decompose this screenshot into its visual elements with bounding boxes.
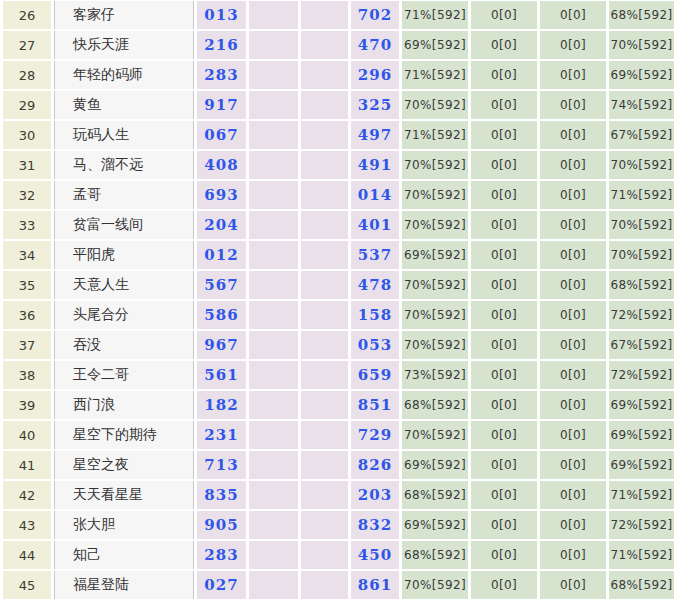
hit-rate-cell: 72%[592]: [609, 511, 674, 539]
pick-number-left[interactable]: 586: [197, 301, 246, 329]
hit-rate-cell: 0[0]: [540, 511, 606, 539]
row-number: 27: [3, 31, 51, 59]
player-name: 平阳虎: [54, 241, 194, 269]
player-name: 孟哥: [54, 181, 194, 209]
pick-number-right[interactable]: 401: [351, 211, 399, 239]
pick-number-right[interactable]: 491: [351, 151, 399, 179]
empty-cell: [301, 151, 348, 179]
hit-rate-cell: 70%[592]: [402, 301, 468, 329]
hit-rate-cell: 72%[592]: [609, 301, 674, 329]
empty-cell: [301, 1, 348, 29]
empty-cell: [301, 391, 348, 419]
hit-rate-cell: 70%[592]: [402, 151, 468, 179]
pick-number-left[interactable]: 408: [197, 151, 246, 179]
pick-number-right[interactable]: 826: [351, 451, 399, 479]
pick-number-right[interactable]: 450: [351, 541, 399, 569]
pick-number-left[interactable]: 713: [197, 451, 246, 479]
pick-number-left[interactable]: 182: [197, 391, 246, 419]
pick-number-right[interactable]: 158: [351, 301, 399, 329]
pick-number-left[interactable]: 905: [197, 511, 246, 539]
pick-number-left[interactable]: 561: [197, 361, 246, 389]
hit-rate-cell: 0[0]: [540, 121, 606, 149]
hit-rate-cell: 0[0]: [540, 91, 606, 119]
hit-rate-cell: 68%[592]: [402, 391, 468, 419]
hit-rate-cell: 69%[592]: [402, 241, 468, 269]
table-row: 32孟哥69301470%[592]0[0]0[0]71%[592]: [3, 181, 674, 209]
hit-rate-cell: 70%[592]: [402, 571, 468, 599]
table-row: 45福星登陆02786170%[592]0[0]0[0]68%[592]: [3, 571, 674, 599]
pick-number-right[interactable]: 053: [351, 331, 399, 359]
pick-number-left[interactable]: 027: [197, 571, 246, 599]
hit-rate-cell: 71%[592]: [609, 541, 674, 569]
hit-rate-cell: 70%[592]: [402, 421, 468, 449]
pick-number-left[interactable]: 567: [197, 271, 246, 299]
empty-cell: [249, 331, 298, 359]
pick-number-right[interactable]: 470: [351, 31, 399, 59]
pick-number-left[interactable]: 835: [197, 481, 246, 509]
pick-number-right[interactable]: 861: [351, 571, 399, 599]
hit-rate-cell: 70%[592]: [609, 151, 674, 179]
player-name: 贫富一线间: [54, 211, 194, 239]
empty-cell: [249, 91, 298, 119]
row-number: 29: [3, 91, 51, 119]
row-number: 26: [3, 1, 51, 29]
table-row: 43张大胆90583269%[592]0[0]0[0]72%[592]: [3, 511, 674, 539]
hit-rate-cell: 0[0]: [471, 91, 537, 119]
pick-number-right[interactable]: 729: [351, 421, 399, 449]
table-row: 26客家仔01370271%[592]0[0]0[0]68%[592]: [3, 1, 674, 29]
pick-number-left[interactable]: 013: [197, 1, 246, 29]
pick-number-left[interactable]: 216: [197, 31, 246, 59]
pick-number-right[interactable]: 851: [351, 391, 399, 419]
hit-rate-cell: 0[0]: [540, 391, 606, 419]
hit-rate-cell: 69%[592]: [609, 421, 674, 449]
hit-rate-cell: 0[0]: [540, 181, 606, 209]
hit-rate-cell: 68%[592]: [609, 1, 674, 29]
hit-rate-cell: 70%[592]: [609, 31, 674, 59]
pick-number-left[interactable]: 067: [197, 121, 246, 149]
pick-number-right[interactable]: 478: [351, 271, 399, 299]
pick-number-right[interactable]: 832: [351, 511, 399, 539]
pick-number-left[interactable]: 204: [197, 211, 246, 239]
hit-rate-cell: 0[0]: [540, 331, 606, 359]
row-number: 39: [3, 391, 51, 419]
empty-cell: [249, 541, 298, 569]
empty-cell: [249, 361, 298, 389]
hit-rate-cell: 70%[592]: [609, 241, 674, 269]
hit-rate-cell: 69%[592]: [402, 511, 468, 539]
pick-number-right[interactable]: 325: [351, 91, 399, 119]
empty-cell: [301, 121, 348, 149]
pick-number-right[interactable]: 497: [351, 121, 399, 149]
table-row: 34平阳虎01253769%[592]0[0]0[0]70%[592]: [3, 241, 674, 269]
pick-number-right[interactable]: 659: [351, 361, 399, 389]
hit-rate-cell: 0[0]: [471, 1, 537, 29]
pick-number-left[interactable]: 693: [197, 181, 246, 209]
player-name: 快乐天涯: [54, 31, 194, 59]
pick-number-right[interactable]: 203: [351, 481, 399, 509]
pick-number-right[interactable]: 014: [351, 181, 399, 209]
row-number: 33: [3, 211, 51, 239]
hit-rate-cell: 67%[592]: [609, 121, 674, 149]
hit-rate-cell: 0[0]: [540, 541, 606, 569]
player-name: 福星登陆: [54, 571, 194, 599]
hit-rate-cell: 0[0]: [471, 481, 537, 509]
hit-rate-cell: 0[0]: [471, 181, 537, 209]
pick-number-left[interactable]: 917: [197, 91, 246, 119]
table-row: 27快乐天涯21647069%[592]0[0]0[0]70%[592]: [3, 31, 674, 59]
pick-number-left[interactable]: 283: [197, 541, 246, 569]
pick-number-right[interactable]: 537: [351, 241, 399, 269]
row-number: 38: [3, 361, 51, 389]
table-row: 33贫富一线间20440170%[592]0[0]0[0]70%[592]: [3, 211, 674, 239]
hit-rate-cell: 70%[592]: [402, 211, 468, 239]
hit-rate-cell: 71%[592]: [402, 121, 468, 149]
pick-number-left[interactable]: 231: [197, 421, 246, 449]
table-row: 42天天看星星83520368%[592]0[0]0[0]71%[592]: [3, 481, 674, 509]
hit-rate-cell: 0[0]: [471, 151, 537, 179]
table-row: 41星空之夜71382669%[592]0[0]0[0]69%[592]: [3, 451, 674, 479]
pick-number-left[interactable]: 283: [197, 61, 246, 89]
empty-cell: [249, 61, 298, 89]
hit-rate-cell: 68%[592]: [402, 481, 468, 509]
pick-number-left[interactable]: 967: [197, 331, 246, 359]
pick-number-right[interactable]: 296: [351, 61, 399, 89]
pick-number-right[interactable]: 702: [351, 1, 399, 29]
pick-number-left[interactable]: 012: [197, 241, 246, 269]
